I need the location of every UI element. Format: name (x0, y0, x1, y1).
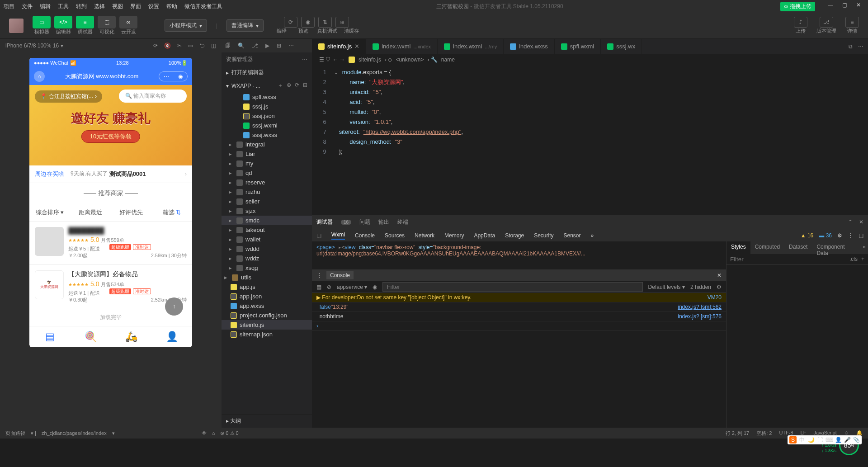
folder-utils[interactable]: utils (222, 273, 312, 282)
compile-button[interactable]: ⟳ (284, 17, 297, 28)
scroll-top-button[interactable]: ↑ (165, 297, 183, 316)
devtools-menu-icon[interactable]: ⋮ (848, 232, 853, 239)
devtab-sensor[interactable]: Sensor (564, 232, 581, 239)
debug-icon[interactable]: ▶ (265, 42, 269, 49)
details-button[interactable]: ≡ (845, 17, 859, 28)
live-expr-icon[interactable]: ◉ (373, 284, 377, 290)
console-settings-icon[interactable]: ⚙ (717, 284, 722, 290)
ext-icon[interactable]: ⊞ (277, 42, 281, 49)
popout-icon[interactable]: ◫ (211, 42, 216, 49)
search-icon[interactable]: 🔍 (238, 42, 245, 49)
file-sssj-js[interactable]: sssj.js (222, 102, 312, 111)
visual-button[interactable]: ⬚ (98, 16, 116, 28)
devtab-sources[interactable]: Sources (385, 232, 405, 239)
capsule-menu-icon[interactable]: ⋯ (159, 72, 174, 81)
folder-wddd[interactable]: wddd (222, 244, 312, 254)
menu-goto[interactable]: 转到 (72, 3, 90, 10)
mute-icon[interactable]: 🔇 (164, 42, 171, 49)
shop-item-1[interactable]: ████████ ★★★★★5.0月售559单 超级跑腿 准时达 起送￥5 | … (29, 222, 192, 265)
new-file-icon[interactable]: ＋ (278, 82, 283, 90)
menu-project[interactable]: 项目 (0, 3, 18, 10)
code-editor[interactable]: 123456789 ⌄ module.exports = { name: "大鹏… (312, 66, 868, 215)
folder-wddz[interactable]: wddz (222, 254, 312, 263)
breadcrumb[interactable]: ☰ ⛉ ← → siteinfo.js › ◇ <unknown> › 🔧 na… (312, 54, 868, 66)
file-project-config[interactable]: project.config.json (222, 311, 312, 320)
menu-edit[interactable]: 编辑 (36, 3, 54, 10)
debugger-button[interactable]: ≡ (76, 16, 94, 28)
console-clear-icon[interactable]: ⊘ (327, 284, 331, 290)
new-folder-icon[interactable]: ⊕ (287, 82, 291, 90)
menu-help[interactable]: 帮助 (163, 3, 181, 10)
file-app-wxss[interactable]: app.wxss (222, 301, 312, 311)
remote-debug-button[interactable]: ⇅ (318, 17, 332, 28)
devtab-appdata[interactable]: AppData (474, 232, 495, 239)
menu-settings[interactable]: 设置 (145, 3, 163, 10)
refresh-tree-icon[interactable]: ⟳ (295, 82, 299, 90)
sort-distance[interactable]: 距离最近 (70, 204, 111, 221)
status-eye-icon[interactable]: 👁 (202, 430, 207, 436)
avatar[interactable] (9, 19, 24, 33)
tab-home[interactable]: ▤ (29, 326, 70, 347)
new-style-icon[interactable]: + (861, 256, 864, 263)
collapse-icon[interactable]: ⊟ (303, 82, 307, 90)
folder-takeout[interactable]: takeout (222, 225, 312, 235)
bookmark-icon[interactable]: ☰ ⛉ ← → (319, 57, 345, 63)
file-app-json[interactable]: app.json (222, 292, 312, 301)
tab-siteinfo[interactable]: siteinfo.js✕ (312, 39, 366, 54)
warning-count[interactable]: ▲ 16 (801, 232, 814, 239)
drag-upload-button[interactable]: ∞ 拖拽上传 (780, 2, 815, 11)
console-drawer-close-icon[interactable]: ✕ (717, 272, 722, 278)
sort-rating[interactable]: 好评优先 (111, 204, 151, 221)
compare-icon[interactable]: ⧉ (849, 43, 853, 50)
upload-button[interactable]: ⤴ (794, 17, 807, 28)
explorer-icon[interactable]: 🗐 (225, 42, 231, 49)
close-icon[interactable]: ✕ (856, 2, 861, 11)
context-selector[interactable]: appservice ▾ (337, 284, 367, 290)
console-sidebar-icon[interactable]: ▤ (316, 284, 321, 290)
cut-icon[interactable]: ✂ (177, 42, 182, 49)
tab-index-wxml-2[interactable]: index.wxml...\my (438, 39, 504, 54)
tab-spfl-wxml[interactable]: spfl.wxml (555, 39, 601, 54)
minimize-icon[interactable]: — (828, 2, 833, 11)
info-count[interactable]: ▬ 36 (819, 232, 832, 239)
editor-button[interactable]: </> (54, 16, 72, 28)
sort-filter[interactable]: 筛选 ⇅ (151, 204, 192, 221)
file-sssj-wxss[interactable]: sssj.wxss (222, 130, 312, 140)
folder-liar[interactable]: Liar (222, 149, 312, 159)
dbg-tab-output[interactable]: 输出 (378, 218, 389, 226)
back-icon[interactable]: ⮌ (199, 42, 205, 49)
tab-close-icon[interactable]: ✕ (354, 43, 359, 50)
maximize-icon[interactable]: ▢ (842, 2, 847, 11)
folder-my[interactable]: my (222, 159, 312, 168)
preview-button[interactable]: ◉ (301, 17, 315, 28)
component-data-tab[interactable]: Component Data (812, 241, 860, 254)
console-drawer-menu-icon[interactable]: ⋮ (316, 272, 322, 278)
indent-setting[interactable]: 空格: 2 (756, 430, 772, 437)
device-selector[interactable]: iPhone 6/7/8 100% 16 (5, 42, 59, 49)
tab-delivery[interactable]: 🛵 (111, 326, 151, 347)
folder-wallet[interactable]: wallet (222, 235, 312, 244)
menu-wxdevtools[interactable]: 微信开发者工具 (181, 3, 226, 10)
more-tabs-icon[interactable]: ⋯ (858, 43, 863, 50)
devtab-network[interactable]: Network (415, 232, 434, 239)
file-siteinfo-js[interactable]: siteinfo.js (222, 320, 312, 330)
dbg-tab-debugger[interactable]: 调试器 (316, 218, 333, 226)
compile-dropdown[interactable]: 普通编译 ▾ (226, 19, 264, 32)
computed-tab[interactable]: Computed (750, 241, 784, 254)
news-ticker[interactable]: 周边在买啥 9天前,有人买了 测试商品0001 › (29, 165, 192, 183)
simulator-button[interactable]: ▭ (33, 16, 51, 28)
styles-filter-input[interactable] (730, 256, 849, 263)
capsule-close-icon[interactable]: ◉ (174, 72, 187, 81)
search-input[interactable]: 🔍 输入商家名称 (119, 90, 187, 103)
devtab-more-icon[interactable]: » (591, 232, 594, 239)
file-app-js[interactable]: app.js (222, 282, 312, 292)
console-row-warn[interactable]: ▶ For developer:Do not set same key "[ob… (312, 293, 726, 302)
folder-qd[interactable]: qd (222, 168, 312, 178)
styles-more-icon[interactable]: » (860, 241, 868, 254)
menu-file[interactable]: 文件 (18, 3, 36, 10)
tab-discover[interactable]: 🍭 (70, 326, 111, 347)
menu-select[interactable]: 选择 (90, 3, 108, 10)
close-dbg-icon[interactable]: ✕ (859, 219, 863, 225)
inspect-icon[interactable]: ⬚ (316, 232, 321, 239)
devtab-wxml[interactable]: Wxml (331, 231, 345, 240)
